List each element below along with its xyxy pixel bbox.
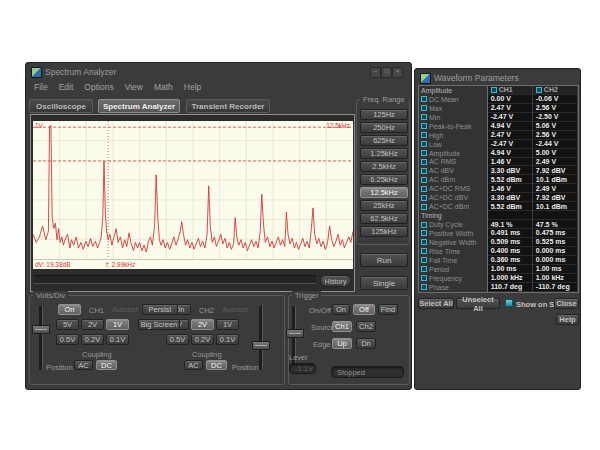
trigger-on-button[interactable]: On — [332, 304, 350, 315]
ch1-volt-2v-button[interactable]: 2V — [81, 319, 104, 330]
ch1-volt-1v-button[interactable]: 1V — [106, 319, 129, 330]
ch2-autoset-button[interactable]: Autoset — [221, 304, 249, 315]
plot-scrollbar[interactable] — [34, 275, 316, 284]
freq-button-1-25khz[interactable]: 1.25kHz — [360, 148, 408, 159]
table-row-ac-dbv: AC dBV3.30 dBV7.92 dBV — [419, 166, 578, 175]
ch1-volt-0-5v-button[interactable]: 0.5V — [56, 334, 79, 345]
param-checkbox-icon[interactable] — [421, 177, 427, 183]
param-checkbox-icon[interactable] — [421, 96, 427, 102]
show-on-screen-checkbox[interactable] — [505, 299, 513, 307]
value-text: 2.47 V — [491, 104, 511, 111]
spectrum-trace-svg — [33, 121, 353, 259]
minimize-icon[interactable]: – — [370, 67, 381, 78]
param-checkbox-icon[interactable] — [421, 150, 427, 156]
ch2-position-slider-handle[interactable] — [252, 341, 270, 350]
maximize-icon[interactable]: □ — [381, 67, 392, 78]
param-checkbox-icon[interactable] — [421, 168, 427, 174]
freq-button-2-5khz[interactable]: 2.5kHz — [360, 161, 408, 172]
ch1-volt-0-1v-button[interactable]: 0.1V — [106, 334, 129, 345]
tab-transient-recorder[interactable]: Transient Recorder — [186, 99, 270, 113]
ch2-volt-2v-button[interactable]: 2V — [191, 319, 214, 330]
ch1-position-slider-handle[interactable] — [32, 325, 50, 334]
params-title-bar[interactable]: Waveform Parameters — [415, 69, 580, 86]
ch1-ac-button[interactable]: AC — [74, 360, 93, 370]
param-checkbox-icon[interactable] — [421, 186, 427, 192]
param-checkbox-icon[interactable] — [421, 275, 427, 281]
close-icon[interactable]: × — [392, 67, 403, 78]
freq-button-250hz[interactable]: 250Hz — [360, 122, 408, 133]
ch2-volt-1v-button[interactable]: 1V — [216, 319, 239, 330]
freq-button-625hz[interactable]: 625Hz — [360, 135, 408, 146]
ch2-coupling-label: Coupling — [192, 350, 222, 359]
freq-button-6-25khz[interactable]: 6.25kHz — [360, 174, 408, 185]
history-button[interactable]: History — [320, 275, 351, 287]
trigger-source-ch2-button[interactable]: Ch2 — [356, 321, 376, 332]
param-checkbox-icon[interactable] — [421, 141, 427, 147]
persist-button[interactable]: Persist — [142, 304, 178, 315]
trigger-find-button[interactable]: Find — [378, 304, 398, 315]
freq-button-125hz[interactable]: 125Hz — [360, 109, 408, 120]
param-checkbox-icon[interactable] — [421, 230, 427, 236]
param-label: AC dBm — [419, 175, 488, 184]
single-button[interactable]: Single — [360, 276, 408, 290]
param-checkbox-icon[interactable] — [421, 195, 427, 201]
tab-spectrum-analyzer[interactable]: Spectrum Analyzer — [98, 99, 180, 113]
ch2-value: -110.7 deg — [533, 283, 578, 292]
param-checkbox-icon[interactable] — [421, 222, 427, 228]
param-label: DC Mean — [419, 95, 488, 104]
freq-button-25khz[interactable]: 25kHz — [360, 200, 408, 211]
spectrum-plot[interactable]: 1V 12.5kHz dV: 19.38dB f: 2.99kHz — [33, 121, 353, 269]
ch1-value: -2.47 V — [488, 113, 533, 122]
param-checkbox-icon[interactable] — [421, 284, 427, 290]
select-all-button[interactable]: Select All — [418, 298, 454, 309]
big-screen-button[interactable]: Big Screen — [138, 319, 180, 330]
param-checkbox-icon[interactable] — [421, 159, 427, 165]
ch2-volt-0-5v-button[interactable]: 0.5V — [166, 334, 189, 345]
ch1-autoset-button[interactable]: Autoset — [111, 304, 139, 315]
param-checkbox-icon[interactable] — [421, 239, 427, 245]
ch2-volt-0-2v-button[interactable]: 0.2V — [191, 334, 214, 345]
ch1-volt-0-2v-button[interactable]: 0.2V — [81, 334, 104, 345]
trigger-level-slider-handle[interactable] — [286, 329, 304, 338]
help-button[interactable]: Help — [556, 314, 579, 325]
menu-item-math[interactable]: Math — [154, 82, 173, 94]
params-close-button[interactable]: Close — [554, 298, 579, 309]
app-icon — [31, 67, 42, 78]
param-checkbox-icon[interactable] — [421, 248, 427, 254]
trigger-off-button[interactable]: Off — [353, 304, 375, 315]
param-checkbox-icon[interactable] — [421, 105, 427, 111]
ch2-value: 10.1 dBm — [533, 202, 578, 211]
ch1-on-button[interactable]: On — [58, 304, 81, 315]
param-checkbox-icon[interactable] — [421, 132, 427, 138]
freq-button-125khz[interactable]: 125kHz — [360, 226, 408, 237]
ch1-volt-5v-button[interactable]: 5V — [56, 319, 79, 330]
freq-button-62-5khz[interactable]: 62.5kHz — [360, 213, 408, 224]
unselect-all-button[interactable]: Unselect All — [456, 298, 500, 309]
param-checkbox-icon[interactable] — [421, 257, 427, 263]
tab-oscilloscope[interactable]: Oscilloscope — [29, 99, 93, 113]
menu-item-file[interactable]: File — [34, 82, 48, 94]
title-bar[interactable]: Spectrum Analyzer – □ × — [26, 63, 411, 80]
param-checkbox-icon[interactable] — [421, 123, 427, 129]
value-text: 2.47 V — [491, 131, 511, 138]
menu-item-view[interactable]: View — [125, 82, 143, 94]
run-button[interactable]: Run — [360, 253, 408, 267]
ch2-volt-0-1v-button[interactable]: 0.1V — [216, 334, 239, 345]
table-row-rise-time: Rise Time0.400 ms0.000 ms — [419, 247, 578, 256]
ch2-dc-button[interactable]: DC — [206, 360, 227, 370]
ch1-value: 0.491 ms — [488, 229, 533, 238]
ch1-dc-button[interactable]: DC — [96, 360, 117, 370]
ch2-ac-button[interactable]: AC — [184, 360, 203, 370]
menu-item-options[interactable]: Options — [84, 82, 113, 94]
ch2-position-slider-track[interactable] — [259, 306, 263, 370]
menu-item-help[interactable]: Help — [184, 82, 201, 94]
param-checkbox-icon[interactable] — [421, 266, 427, 272]
param-checkbox-icon[interactable] — [421, 114, 427, 120]
trigger-edge-up-button[interactable]: Up — [332, 338, 352, 349]
param-checkbox-icon[interactable] — [421, 204, 427, 210]
freq-button-12-5khz[interactable]: 12.5kHz — [360, 187, 408, 198]
ch1-position-slider-track[interactable] — [39, 306, 43, 370]
trigger-edge-dn-button[interactable]: Dn — [356, 338, 376, 349]
menu-item-edit[interactable]: Edit — [59, 82, 74, 94]
trigger-source-ch1-button[interactable]: Ch1 — [332, 321, 352, 332]
